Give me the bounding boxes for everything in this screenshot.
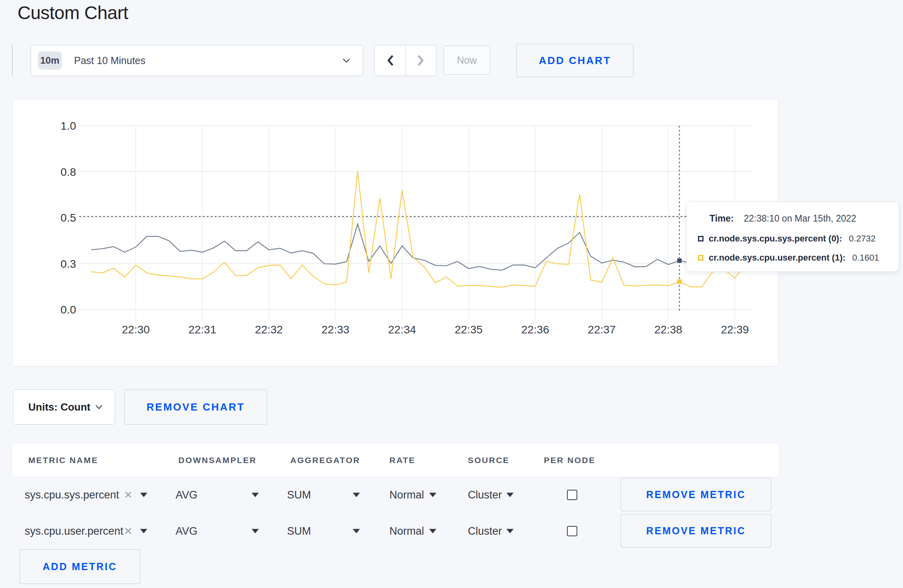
rate-dropdown-caret[interactable] bbox=[429, 529, 436, 533]
chevron-left-icon bbox=[387, 55, 394, 66]
downsampler-dropdown-caret[interactable] bbox=[252, 529, 259, 533]
tooltip-series-name: cr.node.sys.cpu.user.percent (1): bbox=[709, 253, 846, 263]
x-tick-label: 22:33 bbox=[322, 323, 350, 336]
time-range-dropdown[interactable]: 10m Past 10 Minutes bbox=[31, 45, 363, 76]
remove-chart-button[interactable]: REMOVE CHART bbox=[124, 389, 267, 424]
y-tick-label: 0.0 bbox=[61, 304, 76, 316]
aggregator-dropdown-caret[interactable] bbox=[353, 529, 360, 533]
metric-name-dropdown-caret[interactable] bbox=[140, 493, 147, 497]
tooltip-time-row: Time: 22:38:10 on Mar 15th, 2022 bbox=[710, 213, 856, 224]
units-label: Units: Count bbox=[28, 401, 90, 413]
units-dropdown[interactable]: Units: Count bbox=[13, 389, 115, 424]
series-swatch-icon bbox=[698, 255, 704, 261]
prev-button[interactable] bbox=[375, 45, 405, 76]
time-range-badge: 10m bbox=[38, 51, 62, 70]
chart-card: 1.00.80.50.30.022:3022:3122:3222:3322:34… bbox=[12, 99, 778, 366]
per-node-checkbox[interactable] bbox=[567, 490, 577, 500]
chart-hover-tooltip: Time: 22:38:10 on Mar 15th, 2022 cr.node… bbox=[686, 202, 899, 272]
remove-metric-button[interactable]: REMOVE METRIC bbox=[621, 514, 771, 547]
tooltip-series-name: cr.node.sys.cpu.sys.percent (0): bbox=[709, 234, 842, 244]
toolbar-divider bbox=[12, 45, 13, 76]
time-range-label: Past 10 Minutes bbox=[74, 55, 145, 66]
remove-metric-x-icon[interactable]: ✕ bbox=[124, 489, 133, 501]
x-tick-label: 22:36 bbox=[521, 323, 549, 336]
x-tick-label: 22:34 bbox=[388, 323, 416, 336]
aggregator-dropdown-caret[interactable] bbox=[353, 493, 360, 497]
x-tick-label: 22:35 bbox=[455, 323, 483, 336]
x-tick-label: 22:30 bbox=[122, 323, 150, 336]
x-tick-label: 22:38 bbox=[655, 323, 682, 336]
tooltip-time-value: 22:38:10 on Mar 15th, 2022 bbox=[744, 213, 856, 224]
metrics-table-header: METRIC NAMEDOWNSAMPLERAGGREGATORRATESOUR… bbox=[12, 444, 778, 476]
downsampler-dropdown-caret[interactable] bbox=[252, 493, 259, 497]
metric-name-value: sys.cpu.sys.percent bbox=[25, 489, 119, 501]
rate-value: Normal bbox=[389, 525, 424, 537]
aggregator-value: SUM bbox=[287, 489, 311, 501]
source-dropdown-caret[interactable] bbox=[506, 493, 514, 497]
column-header-source: SOURCE bbox=[468, 456, 510, 465]
series-line-1 bbox=[92, 171, 746, 287]
source-dropdown-caret[interactable] bbox=[506, 529, 514, 533]
y-tick-label: 0.5 bbox=[61, 212, 76, 224]
source-value: Cluster bbox=[468, 525, 502, 537]
rate-value: Normal bbox=[389, 489, 424, 501]
x-tick-label: 22:37 bbox=[588, 323, 616, 336]
x-tick-label: 22:39 bbox=[721, 323, 749, 336]
add-metric-button[interactable]: ADD METRIC bbox=[20, 549, 140, 584]
cpu-usage-chart[interactable]: 1.00.80.50.30.022:3022:3122:3222:3322:34… bbox=[13, 99, 779, 367]
tooltip-series-row: cr.node.sys.cpu.user.percent (1):0.1601 bbox=[698, 253, 879, 263]
chevron-right-icon bbox=[417, 55, 424, 66]
rate-dropdown-caret[interactable] bbox=[429, 493, 436, 497]
crosshair-marker-0 bbox=[677, 259, 682, 263]
x-tick-label: 22:32 bbox=[255, 323, 283, 336]
column-header-downsampler: DOWNSAMPLER bbox=[178, 456, 257, 465]
series-swatch-icon bbox=[698, 236, 704, 241]
next-button[interactable] bbox=[405, 45, 436, 76]
y-tick-label: 0.8 bbox=[61, 166, 76, 178]
time-nav-group bbox=[374, 45, 436, 76]
tooltip-series-value: 0.1601 bbox=[852, 253, 879, 263]
column-header-aggregator: AGGREGATOR bbox=[290, 456, 360, 465]
remove-metric-button[interactable]: REMOVE METRIC bbox=[621, 478, 771, 511]
aggregator-value: SUM bbox=[287, 525, 311, 537]
y-tick-label: 1.0 bbox=[61, 120, 76, 132]
column-header-rate: RATE bbox=[389, 456, 416, 465]
now-button[interactable]: Now bbox=[444, 46, 490, 75]
nav-divider bbox=[405, 45, 406, 76]
tooltip-time-label: Time: bbox=[710, 213, 734, 224]
metric-name-value: sys.cpu.user.percent bbox=[25, 525, 123, 537]
page-title: Custom Chart bbox=[18, 2, 128, 23]
y-tick-label: 0.3 bbox=[61, 258, 76, 270]
tooltip-series-value: 0.2732 bbox=[849, 234, 876, 244]
x-tick-label: 22:31 bbox=[188, 323, 216, 336]
crosshair-marker-1 bbox=[677, 279, 682, 284]
downsampler-value: AVG bbox=[176, 525, 197, 537]
per-node-checkbox[interactable] bbox=[567, 526, 577, 536]
metric-name-dropdown-caret[interactable] bbox=[140, 529, 147, 533]
chevron-down-icon bbox=[95, 405, 103, 409]
column-header-metric-name: METRIC NAME bbox=[28, 456, 98, 465]
downsampler-value: AVG bbox=[176, 489, 197, 501]
tooltip-series-row: cr.node.sys.cpu.sys.percent (0):0.2732 bbox=[698, 234, 876, 244]
add-chart-button[interactable]: ADD CHART bbox=[516, 44, 633, 77]
source-value: Cluster bbox=[468, 489, 502, 501]
chevron-down-icon bbox=[342, 58, 351, 63]
column-header-per-node: PER NODE bbox=[544, 456, 596, 465]
remove-metric-x-icon[interactable]: ✕ bbox=[124, 525, 133, 537]
